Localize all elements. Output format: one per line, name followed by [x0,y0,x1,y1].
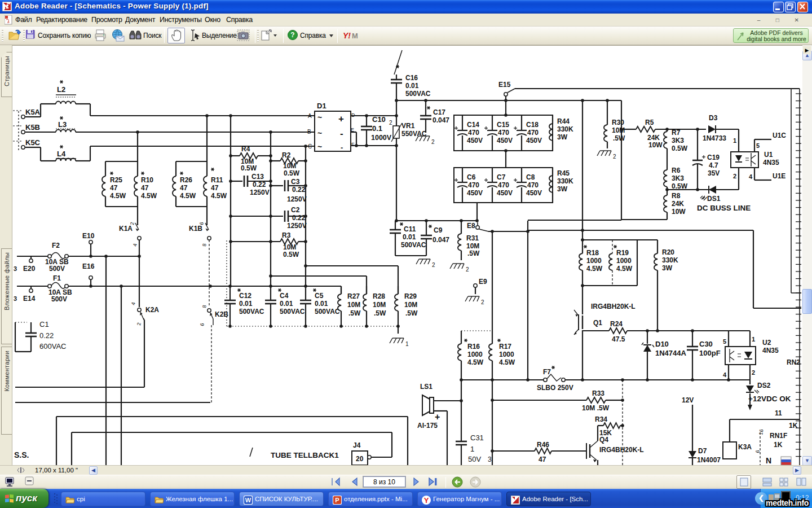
svg-text:2: 2 [432,262,435,268]
svg-text:0.01: 0.01 [403,233,416,241]
svg-text:10W: 10W [672,208,686,216]
svg-text:R2: R2 [282,151,291,159]
svg-text:450V: 450V [526,137,542,144]
svg-text:IRG4BH20K-L: IRG4BH20K-L [599,446,644,454]
svg-text:LS1: LS1 [420,383,433,391]
svg-text:500VAC: 500VAC [315,308,340,316]
svg-text:C15: C15 [497,121,509,129]
svg-text:S.S.: S.S. [14,450,29,459]
svg-text:D1: D1 [317,102,326,110]
svg-text:K5A: K5A [25,108,41,116]
svg-text:L4: L4 [57,150,66,158]
svg-text:E20: E20 [23,265,36,273]
svg-text:E8: E8 [467,222,475,230]
svg-text:RN2: RN2 [787,358,800,366]
svg-text:L3: L3 [58,120,67,129]
svg-text:6: 6 [198,222,205,226]
svg-text:+: + [338,113,344,124]
svg-text:2: 2 [129,222,135,226]
svg-text:+12VDC OK: +12VDC OK [748,395,791,403]
svg-text:D7: D7 [698,447,707,455]
svg-text:R27: R27 [347,292,360,300]
svg-text:C12: C12 [239,292,251,300]
svg-text:R34: R34 [595,415,607,423]
svg-text:47: 47 [141,184,149,192]
svg-text:R24: R24 [610,320,623,328]
svg-text:450V: 450V [467,189,483,197]
svg-text:47: 47 [110,184,118,192]
svg-text:U2: U2 [762,339,771,347]
svg-text:0.22: 0.22 [253,181,266,189]
svg-text:R16: R16 [467,343,480,351]
svg-text:4: 4 [749,173,753,180]
svg-text:R3: R3 [282,231,291,239]
svg-text:.5W: .5W [613,134,625,142]
svg-text:3K3: 3K3 [672,137,684,144]
svg-text:Q4: Q4 [599,436,608,444]
svg-text:47.5: 47.5 [612,335,625,343]
svg-text:6: 6 [199,323,205,327]
svg-text:.5W: .5W [374,309,386,317]
svg-text:20: 20 [356,455,364,463]
svg-text:K1B: K1B [189,225,202,233]
svg-text:C16: C16 [405,74,418,82]
svg-text:AI-175: AI-175 [417,422,438,430]
svg-text:1N4733: 1N4733 [703,134,726,142]
svg-text:2: 2 [431,139,435,145]
svg-text:R18: R18 [586,249,599,257]
svg-text:C11: C11 [404,225,416,233]
svg-text:K5B: K5B [25,123,40,132]
svg-text:-: - [341,143,343,152]
svg-text:R26: R26 [180,176,192,184]
svg-text:1000: 1000 [616,257,632,265]
svg-text:450V: 450V [497,137,513,144]
svg-text:470: 470 [527,129,539,137]
svg-text:6: 6 [754,450,761,454]
svg-text:U1: U1 [764,151,773,159]
svg-text:U1E: U1E [773,172,785,180]
svg-text:10W: 10W [648,141,663,149]
svg-text:2: 2 [389,120,392,126]
svg-text:1250V: 1250V [287,195,307,203]
svg-text:500V: 500V [49,265,65,273]
svg-text:R44: R44 [557,117,570,125]
svg-text:4.5W: 4.5W [467,358,484,366]
svg-text:450V: 450V [467,137,483,144]
svg-text:0.1: 0.1 [372,124,382,133]
svg-text:470: 470 [498,129,509,137]
svg-text:330K: 330K [662,256,678,264]
svg-text:C18: C18 [526,121,539,129]
svg-text:10M: 10M [283,162,296,170]
svg-text:2: 2 [613,154,616,160]
svg-text:2: 2 [481,299,484,305]
svg-text:K5C: K5C [25,138,41,147]
svg-text:RN1F: RN1F [770,432,787,440]
svg-text:470: 470 [527,181,539,189]
svg-text:1000: 1000 [586,257,602,265]
svg-text:C30: C30 [699,340,713,348]
svg-text:3W: 3W [557,133,568,141]
svg-text:F7: F7 [543,368,551,376]
svg-text:R46: R46 [537,441,549,449]
svg-text:F: F [351,142,355,147]
svg-text:R11: R11 [211,176,223,184]
svg-text:0.5W: 0.5W [672,144,688,152]
svg-text:10M: 10M [404,301,417,309]
svg-text:1250V: 1250V [287,222,307,230]
svg-text:2: 2 [136,322,142,326]
svg-text:C14: C14 [467,121,479,129]
svg-text:J4: J4 [353,441,361,449]
svg-text:500VAC: 500VAC [405,90,431,98]
svg-text:R5: R5 [645,119,654,126]
svg-text:K1A: K1A [119,225,133,233]
svg-text:IRG4BH20K-L: IRG4BH20K-L [591,303,636,310]
svg-text:1K: 1K [789,422,798,430]
svg-text:5: 5 [723,338,726,345]
svg-text:1: 1 [470,445,474,453]
svg-text:D10: D10 [655,340,669,348]
svg-text:4N35: 4N35 [763,159,779,167]
svg-text:47: 47 [211,184,219,192]
svg-text:C2: C2 [291,206,300,214]
svg-text:R33: R33 [592,389,604,397]
svg-text:M: M [352,32,358,40]
